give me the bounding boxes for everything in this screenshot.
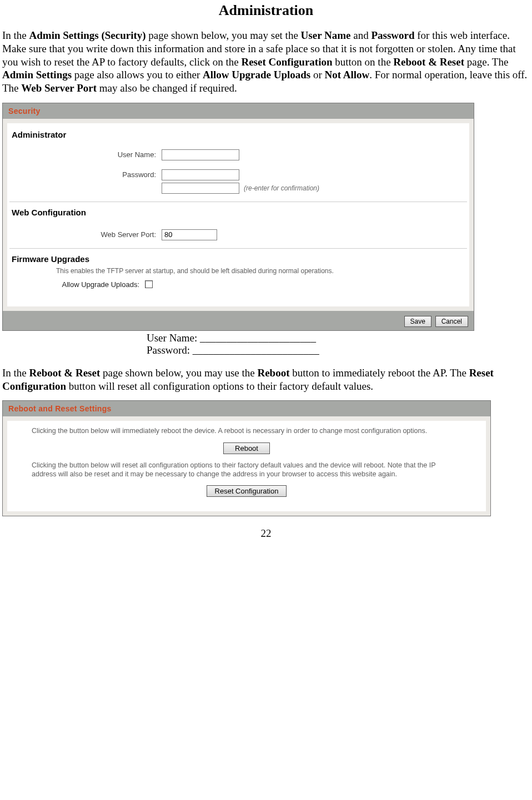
reboot-button[interactable]: Reboot — [223, 442, 270, 454]
user-name-input[interactable] — [162, 149, 239, 160]
user-name-blank-line: User Name: ______________________ — [147, 332, 530, 344]
text-bold: Not Allow — [325, 69, 370, 80]
allow-upgrade-label: Allow Upgrade Uploads: — [12, 280, 145, 289]
text-bold: Reboot & Reset — [29, 367, 101, 379]
password-row: Password: — [12, 169, 465, 180]
firmware-upgrades-section-title: Firmware Upgrades — [12, 254, 465, 264]
text-bold: Web Server Port — [21, 82, 97, 94]
password-blank-line: Password: ________________________ — [147, 344, 530, 356]
firmware-help-text: This enables the TFTP server at startup,… — [56, 267, 465, 275]
text: and — [350, 29, 371, 41]
user-name-label: User Name: — [12, 150, 162, 159]
web-configuration-section-title: Web Configuration — [12, 208, 465, 217]
password-confirm-hint: (re-enter for confirmation) — [244, 184, 319, 192]
text-bold: Reboot — [257, 367, 289, 379]
allow-upgrade-checkbox[interactable] — [145, 280, 153, 288]
text-bold: Allow Upgrade Uploads — [203, 69, 310, 80]
text-bold: Admin Settings (Security) — [29, 29, 146, 41]
text: page also allows you to either — [72, 69, 203, 80]
text: page. The — [464, 56, 508, 68]
reboot-panel-header: Reboot and Reset Settings — [3, 401, 490, 416]
text-bold: Reboot & Reset — [393, 56, 464, 68]
text-bold: Reset Configuration — [241, 56, 332, 68]
text: button will reset all configuration opti… — [66, 380, 373, 392]
web-server-port-input[interactable] — [162, 229, 217, 240]
save-button[interactable]: Save — [404, 316, 431, 327]
administrator-section-title: Administrator — [12, 130, 465, 139]
text: In the — [2, 367, 29, 379]
allow-upgrade-row: Allow Upgrade Uploads: — [12, 280, 465, 289]
text-bold: Password — [371, 29, 414, 41]
intro-paragraph: In the Admin Settings (Security) page sh… — [2, 29, 530, 95]
web-server-port-row: Web Server Port: — [12, 229, 465, 240]
text: page shown below, you may set the — [146, 29, 301, 41]
text: In the — [2, 29, 29, 41]
text-bold: User Name — [301, 29, 351, 41]
text-bold: Admin Settings — [2, 69, 72, 80]
password-confirm-row: (re-enter for confirmation) — [12, 183, 465, 194]
security-panel-body: Administrator User Name: Password: (re-e… — [7, 123, 469, 306]
reset-configuration-button[interactable]: Reset Configuration — [207, 485, 287, 497]
reboot-panel-body: Clicking the button below will immediate… — [7, 421, 486, 511]
text: or — [310, 69, 324, 80]
reboot-panel: Reboot and Reset Settings Clicking the b… — [2, 400, 491, 516]
password-input[interactable] — [162, 169, 239, 180]
page-number: 22 — [2, 527, 530, 540]
password-confirm-input[interactable] — [162, 183, 239, 194]
text: button on the — [333, 56, 394, 68]
security-button-bar: Save Cancel — [3, 311, 474, 330]
text: page shown below, you may use the — [100, 367, 257, 379]
cancel-button[interactable]: Cancel — [435, 316, 468, 327]
reboot-description: Clicking the button below will immediate… — [32, 426, 461, 435]
security-panel: Security Administrator User Name: Passwo… — [2, 103, 474, 331]
text: button to immediately reboot the AP. The — [289, 367, 469, 379]
password-label: Password: — [12, 170, 162, 179]
security-panel-header: Security — [3, 103, 474, 119]
user-name-row: User Name: — [12, 149, 465, 160]
reset-description: Clicking the button below will reset all… — [32, 461, 461, 479]
reboot-paragraph: In the Reboot & Reset page shown below, … — [2, 366, 530, 393]
web-server-port-label: Web Server Port: — [12, 230, 162, 239]
text: may also be changed if required. — [97, 82, 237, 94]
page-title: Administration — [2, 2, 530, 19]
